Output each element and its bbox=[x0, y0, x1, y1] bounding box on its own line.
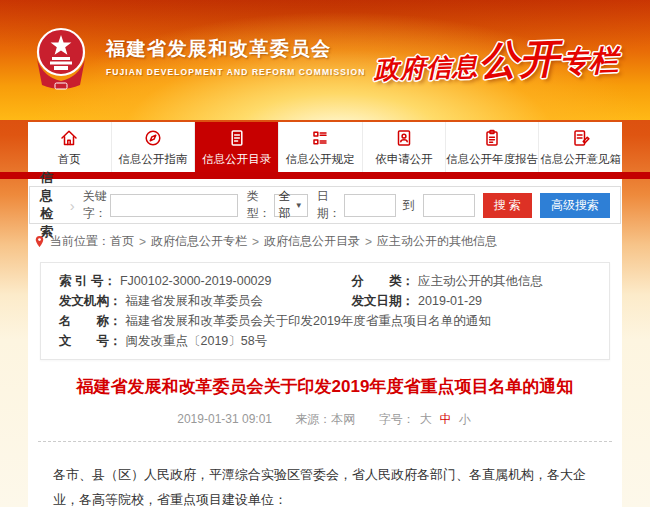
breadcrumb-prefix: 当前位置： bbox=[50, 233, 110, 250]
gov-info-disclosure-banner: 政府信息 公开 专栏 bbox=[373, 28, 619, 91]
breadcrumb-separator: > bbox=[365, 235, 372, 249]
category-label: 分 类： bbox=[352, 271, 415, 291]
breadcrumb-other-info[interactable]: 应主动公开的其他信息 bbox=[377, 233, 497, 250]
type-select[interactable]: 全部 ▼ bbox=[274, 194, 308, 217]
red-divider-strip bbox=[0, 172, 650, 179]
doc-number-value: 闽发改重点〔2019〕58号 bbox=[126, 331, 268, 351]
mailbox-icon bbox=[571, 128, 591, 148]
article-source: 来源：本网 bbox=[295, 412, 355, 426]
nav-item-label: 依申请公开 bbox=[375, 152, 433, 167]
date-to-input[interactable] bbox=[423, 194, 475, 217]
banner-part3: 专栏 bbox=[559, 40, 618, 82]
list-icon bbox=[310, 128, 330, 148]
banner-part1: 政府信息 bbox=[374, 49, 479, 86]
application-icon bbox=[394, 128, 414, 148]
site-header: 福建省发展和改革委员会 FUJIAN DEVELOPMENT AND REFOR… bbox=[0, 0, 650, 120]
index-number-label: 索 引 号： bbox=[59, 271, 116, 291]
fontsize-medium-button[interactable]: 中 bbox=[439, 412, 451, 426]
publish-time: 2019-01-31 09:01 bbox=[177, 412, 272, 426]
date-label: 日期： bbox=[317, 188, 341, 222]
info-search-bar: 信息检索 › 关键字： 类型： 全部 ▼ 日期： 到 搜 索 高级搜索 bbox=[29, 186, 621, 224]
nav-item-label: 信息公开指南 bbox=[119, 152, 188, 167]
index-number-value: FJ00102-3000-2019-00029 bbox=[120, 271, 272, 291]
article-body: 各市、县（区）人民政府，平潭综合实验区管委会，省人民政府各部门、各直属机构，各大… bbox=[28, 442, 622, 507]
doc-number-label: 文 号： bbox=[59, 331, 122, 351]
nav-item-annual-report[interactable]: 信息公开年度报告 bbox=[446, 122, 539, 172]
caret-down-icon: ▼ bbox=[295, 201, 303, 210]
fontsize-small-button[interactable]: 小 bbox=[459, 412, 471, 426]
advanced-search-button[interactable]: 高级搜索 bbox=[540, 193, 610, 218]
article-meta-line: 2019-01-31 09:01 来源：本网 字号： 大 中 小 bbox=[28, 411, 622, 428]
location-pin-icon bbox=[34, 235, 45, 248]
type-select-value: 全部 bbox=[279, 188, 295, 222]
article-paragraph: 各市、县（区）人民政府，平潭综合实验区管委会，省人民政府各部门、各直属机构，各大… bbox=[53, 463, 597, 507]
document-meta-table: 索 引 号： FJ00102-3000-2019-00029 分 类： 应主动公… bbox=[40, 262, 610, 360]
search-section-label: 信息检索 bbox=[40, 169, 64, 241]
issue-date-value: 2019-01-29 bbox=[418, 291, 482, 311]
doc-name-label: 名 称： bbox=[59, 311, 122, 331]
content-column: 信息检索 › 关键字： 类型： 全部 ▼ 日期： 到 搜 索 高级搜索 当前位置… bbox=[28, 179, 622, 507]
doc-name-value: 福建省发展和改革委员会关于印发2019年度省重点项目名单的通知 bbox=[126, 311, 491, 331]
home-icon bbox=[59, 128, 79, 148]
keyword-label: 关键字： bbox=[83, 188, 107, 222]
date-to-label: 到 bbox=[403, 197, 415, 214]
site-subtitle: FUJIAN DEVELOPMENT AND REFORM COMMISSION bbox=[106, 67, 366, 77]
breadcrumb-separator: > bbox=[252, 235, 259, 249]
fontsize-large-button[interactable]: 大 bbox=[420, 412, 432, 426]
site-title: 福建省发展和改革委员会 bbox=[106, 36, 366, 62]
meta-row: 索 引 号： FJ00102-3000-2019-00029 分 类： 应主动公… bbox=[59, 271, 591, 291]
nav-item-label: 信息公开意见箱 bbox=[540, 152, 621, 167]
nav-item-catalog[interactable]: 信息公开目录 bbox=[195, 122, 279, 172]
meta-row: 名 称： 福建省发展和改革委员会关于印发2019年度省重点项目名单的通知 bbox=[59, 311, 591, 331]
meta-row: 发文机构： 福建省发展和改革委员会 发文日期： 2019-01-29 bbox=[59, 291, 591, 311]
main-nav: 首页 信息公开指南 信息公开目录 信息公开规定 依申请公开 信息公开年度报告 bbox=[28, 122, 622, 172]
breadcrumb: 当前位置： 首页 > 政府信息公开专栏 > 政府信息公开目录 > 应主动公开的其… bbox=[28, 224, 622, 257]
fontsize-label: 字号： bbox=[379, 412, 415, 426]
site-brand: 福建省发展和改革委员会 FUJIAN DEVELOPMENT AND REFOR… bbox=[106, 36, 366, 77]
issuing-org-label: 发文机构： bbox=[59, 291, 122, 311]
breadcrumb-separator: > bbox=[139, 235, 146, 249]
breadcrumb-home[interactable]: 首页 bbox=[110, 233, 134, 250]
nav-item-home[interactable]: 首页 bbox=[28, 122, 112, 172]
nav-item-suggestion-box[interactable]: 信息公开意见箱 bbox=[539, 122, 622, 172]
category-value: 应主动公开的其他信息 bbox=[418, 271, 543, 291]
meta-row: 文 号： 闽发改重点〔2019〕58号 bbox=[59, 331, 591, 351]
nav-item-label: 信息公开规定 bbox=[286, 152, 355, 167]
document-icon bbox=[227, 128, 247, 148]
compass-icon bbox=[143, 128, 163, 148]
nav-item-label: 信息公开年度报告 bbox=[446, 152, 538, 167]
issuing-org-value: 福建省发展和改革委员会 bbox=[126, 291, 264, 311]
keyword-input[interactable] bbox=[110, 194, 238, 217]
breadcrumb-gov-info-column[interactable]: 政府信息公开专栏 bbox=[151, 233, 247, 250]
report-icon bbox=[482, 128, 502, 148]
search-button[interactable]: 搜 索 bbox=[483, 193, 532, 218]
nav-item-label: 首页 bbox=[58, 152, 81, 167]
nav-item-label: 信息公开目录 bbox=[202, 152, 271, 167]
type-label: 类型： bbox=[247, 188, 271, 222]
fontsize-control: 字号： 大 中 小 bbox=[379, 412, 473, 426]
breadcrumb-catalog[interactable]: 政府信息公开目录 bbox=[264, 233, 360, 250]
article-title: 福建省发展和改革委员会关于印发2019年度省重点项目名单的通知 bbox=[28, 375, 622, 398]
chevron-right-icon: › bbox=[70, 197, 75, 214]
date-from-input[interactable] bbox=[344, 194, 396, 217]
nav-item-apply[interactable]: 依申请公开 bbox=[363, 122, 447, 172]
issue-date-label: 发文日期： bbox=[352, 291, 415, 311]
nav-item-guide[interactable]: 信息公开指南 bbox=[112, 122, 196, 172]
china-national-emblem-icon bbox=[28, 25, 94, 95]
nav-item-rules[interactable]: 信息公开规定 bbox=[279, 122, 363, 172]
banner-part2: 公开 bbox=[478, 30, 560, 88]
